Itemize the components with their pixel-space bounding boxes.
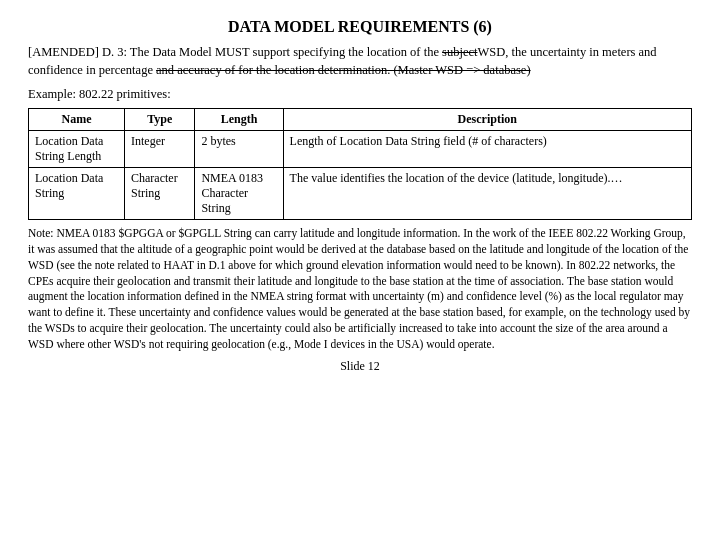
intro-strikethrough2: and accuracy of for the location determi… [156, 63, 531, 77]
row1-length: 2 bytes [195, 131, 283, 168]
row1-description: Length of Location Data String field (# … [283, 131, 691, 168]
page-title: DATA MODEL REQUIREMENTS (6) [28, 18, 692, 36]
col-header-name: Name [29, 109, 125, 131]
table-row: Location DataString CharacterString NMEA… [29, 168, 692, 220]
note-text: Note: NMEA 0183 $GPGGA or $GPGLL String … [28, 226, 692, 353]
col-header-description: Description [283, 109, 691, 131]
slide-number: Slide 12 [28, 359, 692, 374]
row2-description: The value identifies the location of the… [283, 168, 691, 220]
page: DATA MODEL REQUIREMENTS (6) [AMENDED] D.… [0, 0, 720, 540]
intro-part1: [AMENDED] D. 3: The Data Model MUST supp… [28, 45, 442, 59]
row2-length: NMEA 0183CharacterString [195, 168, 283, 220]
col-header-length: Length [195, 109, 283, 131]
table-row: Location DataString Length Integer 2 byt… [29, 131, 692, 168]
row1-type: Integer [125, 131, 195, 168]
row2-type: CharacterString [125, 168, 195, 220]
data-model-table: Name Type Length Description Location Da… [28, 108, 692, 220]
intro-text: [AMENDED] D. 3: The Data Model MUST supp… [28, 44, 692, 79]
row1-name: Location DataString Length [29, 131, 125, 168]
col-header-type: Type [125, 109, 195, 131]
intro-strikethrough1: subject [442, 45, 477, 59]
example-label: Example: 802.22 primitives: [28, 87, 692, 102]
row2-name: Location DataString [29, 168, 125, 220]
